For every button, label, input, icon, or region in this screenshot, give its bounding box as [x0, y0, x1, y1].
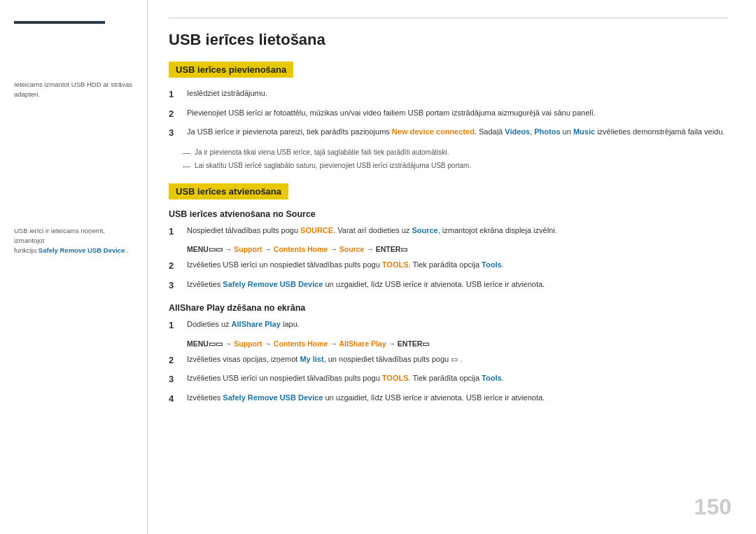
step1-3: 3 Ja USB ierīce ir pievienota pareizi, t…	[169, 126, 728, 140]
highlight-source: Source	[412, 226, 438, 234]
section1: USB ierīces pievienošana 1 Ieslēdziet iz…	[169, 62, 728, 172]
step1-3-num: 3	[169, 126, 180, 140]
highlight-videos: Videos	[505, 127, 530, 136]
step1-1-text: Ieslēdziet izstrādājumu.	[187, 87, 267, 101]
step1-1-num: 1	[169, 87, 180, 101]
menu-allshare: AllShare Play	[339, 339, 386, 348]
section2: USB ierīces atvienošana USB ierīces atvi…	[169, 183, 728, 406]
highlight-music: Music	[573, 127, 595, 136]
section1-steps: 1 Ieslēdziet izstrādājumu. 2 Pievienojie…	[169, 87, 728, 140]
note2: — Lai skatītu USB ierīcē saglabāto satur…	[183, 160, 728, 172]
page-number: 150	[694, 494, 732, 520]
subsection1: USB ierīces atvienošana no Source 1 Nosp…	[169, 209, 728, 293]
sidebar: Ieteicams izmantot USB HDD ar strāvas ad…	[0, 0, 147, 534]
sidebar-top-bar	[14, 21, 105, 24]
sub2-step4: 4 Izvēlieties Safely Remove USB Device u…	[169, 392, 728, 406]
sidebar-safe-remove-link: Safely Remove USB Device	[38, 246, 125, 254]
sidebar-note-top: Ieteicams izmantot USB HDD ar strāvas ad…	[14, 80, 136, 100]
sub1-step2: 2 Izvēlieties USB ierīci un nospiediet t…	[169, 259, 728, 273]
sub2-step3: 3 Izvēlieties USB ierīci un nospiediet t…	[169, 372, 728, 386]
note2-text: Lai skatītu USB ierīcē saglabāto saturu,…	[195, 160, 471, 171]
note1-text: Ja ir pievienota tikai viena USB ierīce,…	[195, 147, 449, 157]
step1-2-text: Pievienojiet USB ierīci ar fotoattēlu, m…	[187, 107, 596, 121]
sub2-step4-num: 4	[169, 392, 180, 406]
sub1-step3-num: 3	[169, 279, 180, 293]
step1-2-num: 2	[169, 107, 180, 121]
sub2-step3-text: Izvēlieties USB ierīci un nospiediet tāl…	[187, 372, 504, 386]
highlight-tools-1: TOOLS	[382, 260, 409, 269]
sub2-step1: 1 Dodieties uz AllShare Play lapu.	[169, 318, 728, 332]
highlight-safely-1: Safely Remove USB Device	[223, 280, 323, 288]
sub2-step3-num: 3	[169, 372, 180, 386]
sub1-step3-text: Izvēlieties Safely Remove USB Device un …	[187, 279, 545, 293]
highlight-tools-2: TOOLS	[382, 374, 409, 382]
sub2-step1-num: 1	[169, 318, 180, 332]
page-title: USB ierīces lietošana	[169, 31, 728, 49]
subsection2-steps-cont: 2 Izvēlieties visas opcijas, izņemot My …	[169, 353, 728, 406]
sub2-step1-text: Dodieties uz AllShare Play lapu.	[187, 318, 300, 332]
highlight-allshare: AllShare Play	[232, 320, 281, 328]
step1-3-text: Ja USB ierīce ir pievienota pareizi, tie…	[187, 126, 724, 140]
highlight-source-btn: SOURCE	[300, 226, 333, 234]
highlight-photos: Photos	[534, 127, 560, 136]
menu-support-1: Support	[234, 245, 262, 253]
subsection2-title: AllShare Play dzēšana no ekrāna	[169, 303, 728, 313]
sub2-step2-text: Izvēlieties visas opcijas, izņemot My li…	[187, 353, 462, 367]
sidebar-note-bottom-text1: USB ierīci ir ieteicams noņemt, izmantoj…	[14, 227, 105, 244]
sub1-step2-num: 2	[169, 259, 180, 273]
subsection1-title: USB ierīces atvienošana no Source	[169, 209, 728, 219]
menu-contents-home-1: Contents Home	[274, 245, 328, 253]
note1: — Ja ir pievienota tikai viena USB ierīc…	[183, 147, 728, 159]
highlight-tools-opt-1: Tools	[482, 260, 502, 269]
menu-support-2: Support	[234, 339, 262, 348]
sub1-step3: 3 Izvēlieties Safely Remove USB Device u…	[169, 279, 728, 293]
step1-1: 1 Ieslēdziet izstrādājumu.	[169, 87, 728, 101]
section1-notes: — Ja ir pievienota tikai viena USB ierīc…	[169, 147, 728, 172]
menu-source: Source	[340, 245, 365, 253]
sub1-step1-text: Nospiediet tālvadības pults pogu SOURCE.…	[187, 225, 557, 239]
highlight-new-device: New device connected.	[392, 127, 477, 136]
sub1-step2-text: Izvēlieties USB ierīci un nospiediet tāl…	[187, 259, 504, 273]
subsection1-steps: 1 Nospiediet tālvadības pults pogu SOURC…	[169, 225, 728, 239]
step1-2: 2 Pievienojiet USB ierīci ar fotoattēlu,…	[169, 107, 728, 121]
highlight-mylist: My list	[300, 355, 323, 363]
subsection1-steps-cont: 2 Izvēlieties USB ierīci un nospiediet t…	[169, 259, 728, 292]
sidebar-note-bottom-text2: funkciju	[14, 246, 36, 254]
sidebar-note-bottom: USB ierīci ir ieteicams noņemt, izmantoj…	[14, 226, 136, 256]
section1-header: USB ierīces pievienošana	[169, 62, 293, 78]
sub2-step2: 2 Izvēlieties visas opcijas, izņemot My …	[169, 353, 728, 367]
subsection2: AllShare Play dzēšana no ekrāna 1 Dodiet…	[169, 303, 728, 405]
menu-path-1: MENU▭▭ → Support → Contents Home → Sourc…	[187, 245, 728, 253]
sub2-step2-num: 2	[169, 353, 180, 367]
sub2-step4-text: Izvēlieties Safely Remove USB Device un …	[187, 392, 545, 406]
sub1-step1-num: 1	[169, 225, 180, 239]
sidebar-note-end: .	[127, 246, 129, 254]
menu-contents-home-2: Contents Home	[274, 339, 328, 348]
section2-header: USB ierīces atvienošana	[169, 183, 288, 199]
menu-path-2: MENU▭▭ → Support → Contents Home → AllSh…	[187, 339, 728, 348]
page-container: Ieteicams izmantot USB HDD ar strāvas ad…	[0, 0, 756, 534]
highlight-safely-2: Safely Remove USB Device	[223, 393, 323, 402]
highlight-tools-opt-2: Tools	[482, 374, 502, 382]
main-content: USB ierīces lietošana USB ierīces pievie…	[147, 0, 756, 534]
sub1-step1: 1 Nospiediet tālvadības pults pogu SOURC…	[169, 225, 728, 239]
subsection2-steps: 1 Dodieties uz AllShare Play lapu.	[169, 318, 728, 332]
top-rule	[169, 17, 728, 18]
